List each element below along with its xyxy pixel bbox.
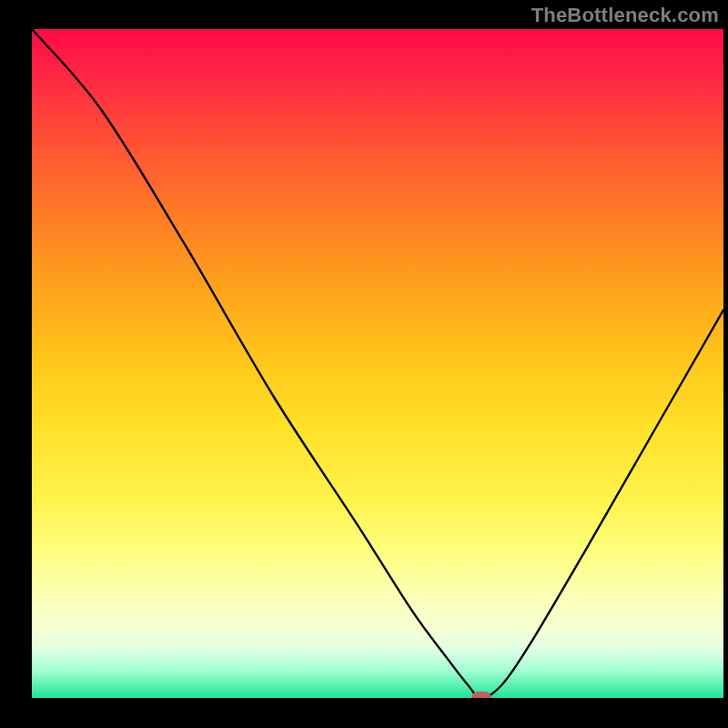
- chart-frame: TheBottleneck.com: [0, 0, 728, 728]
- bottleneck-curve: [32, 29, 723, 698]
- watermark-text: TheBottleneck.com: [531, 4, 719, 27]
- plot-area: [32, 29, 723, 698]
- minimum-marker: [471, 692, 491, 698]
